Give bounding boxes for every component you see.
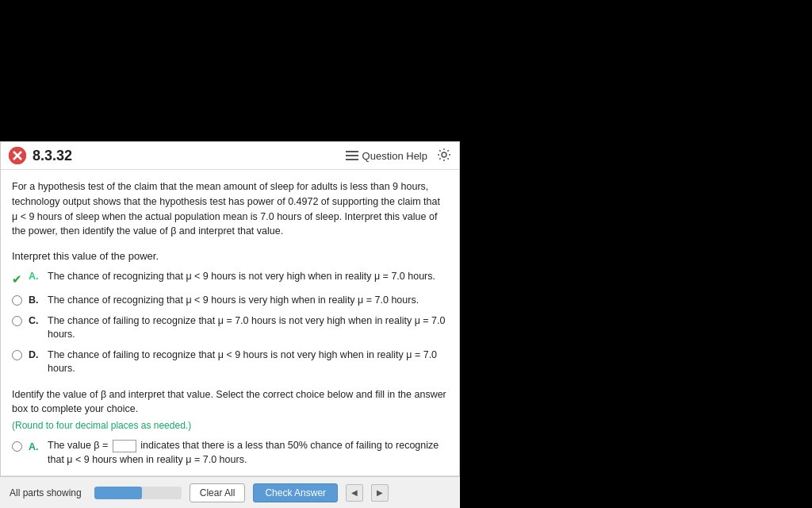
- bottom-bar: All parts showing Clear All Check Answer…: [0, 476, 460, 508]
- beta-option-a-letter: A.: [29, 441, 41, 455]
- power-option-d-radio[interactable]: [12, 350, 22, 360]
- nav-next-button[interactable]: ▶: [371, 484, 389, 502]
- power-option-b-letter: B.: [29, 294, 41, 308]
- beta-option-a-radio[interactable]: [12, 441, 22, 452]
- power-option-a-letter: A.: [29, 270, 41, 284]
- question-help-button[interactable]: Question Help: [346, 150, 427, 162]
- all-parts-label: All parts showing: [10, 487, 82, 498]
- beta-options-list: A. The value β = indicates that there is…: [12, 439, 448, 475]
- content-area: For a hypothesis test of the claim that …: [1, 170, 459, 475]
- logo-icon: [9, 147, 26, 164]
- svg-line-1: [13, 152, 21, 160]
- round-note: (Round to four decimal places as needed.…: [12, 420, 448, 431]
- check-answer-button[interactable]: Check Answer: [253, 483, 338, 502]
- clear-all-button[interactable]: Clear All: [190, 483, 246, 502]
- power-option-b-radio[interactable]: [12, 295, 22, 306]
- power-option-d[interactable]: D. The chance of failing to recognize th…: [12, 348, 448, 376]
- header-left: 8.3.32: [9, 147, 72, 164]
- progress-bar-container: [94, 487, 182, 499]
- power-option-d-letter: D.: [29, 348, 41, 363]
- beta-option-a[interactable]: A. The value β = indicates that there is…: [12, 439, 448, 467]
- header-right: Question Help: [346, 148, 451, 164]
- power-option-c-radio[interactable]: [12, 316, 22, 326]
- power-option-a[interactable]: ✔ A. The chance of recognizing that μ < …: [12, 270, 448, 287]
- power-option-a-text: The chance of recognizing that μ < 9 hou…: [48, 270, 435, 284]
- power-option-c[interactable]: C. The chance of failing to recognize th…: [12, 314, 448, 342]
- checkmark-icon: ✔: [12, 271, 22, 287]
- progress-bar-fill: [94, 487, 143, 499]
- header: 8.3.32 Question Help: [1, 142, 459, 170]
- power-option-c-letter: C.: [29, 314, 41, 329]
- power-option-b-text: The chance of recognizing that μ < 9 hou…: [48, 294, 419, 308]
- main-panel: 8.3.32 Question Help For a hypothesis te…: [0, 141, 460, 508]
- settings-gear-icon[interactable]: [437, 148, 451, 164]
- problem-number: 8.3.32: [33, 148, 72, 164]
- svg-rect-4: [346, 155, 358, 156]
- svg-rect-3: [346, 151, 358, 152]
- beta-identify-text: Identify the value of β and interpret th…: [12, 387, 448, 418]
- svg-line-2: [13, 152, 21, 160]
- power-option-c-text: The chance of failing to recognize that …: [48, 314, 448, 342]
- menu-icon: [346, 151, 358, 160]
- intro-text: For a hypothesis test of the claim that …: [12, 179, 448, 239]
- svg-rect-5: [346, 159, 358, 160]
- power-options-list: ✔ A. The chance of recognizing that μ < …: [12, 270, 448, 376]
- beta-option-a-before: The value β =: [48, 440, 108, 451]
- svg-point-0: [9, 147, 26, 164]
- beta-option-a-text: The value β = indicates that there is a …: [48, 439, 448, 467]
- svg-point-6: [442, 152, 446, 157]
- beta-section: Identify the value of β and interpret th…: [12, 387, 448, 476]
- nav-prev-button[interactable]: ◀: [346, 484, 363, 502]
- question-help-label: Question Help: [362, 150, 427, 162]
- beta-option-a-input-box[interactable]: [113, 440, 136, 452]
- power-option-b[interactable]: B. The chance of recognizing that μ < 9 …: [12, 294, 448, 308]
- power-option-d-text: The chance of failing to recognize that …: [48, 348, 448, 376]
- power-section-label: Interpret this value of the power.: [12, 250, 448, 262]
